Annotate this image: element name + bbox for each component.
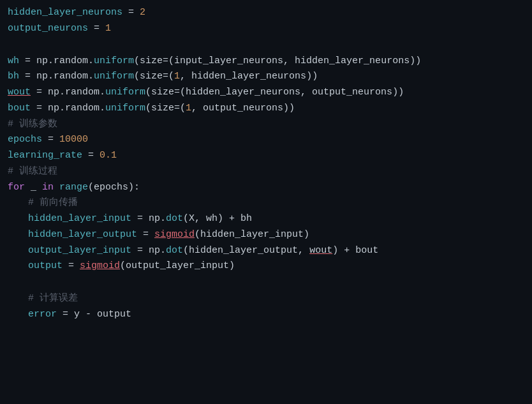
code-line-6: wout = np.random.uniform(size=(hidden_la… bbox=[8, 85, 524, 101]
code-line-17: output = sigmoid(output_layer_input) bbox=[8, 258, 524, 274]
code-line-16: output_layer_input = np.dot(hidden_layer… bbox=[8, 243, 524, 259]
code-line-15: hidden_layer_output = sigmoid(hidden_lay… bbox=[8, 227, 524, 243]
code-line-14: hidden_layer_input = np.dot(X, wh) + bh bbox=[8, 211, 524, 227]
code-line-4: wh = np.random.uniform(size=(input_layer… bbox=[8, 54, 524, 70]
code-line-blank-2 bbox=[8, 274, 524, 291]
code-line-12: for _ in range(epochs): bbox=[8, 180, 524, 196]
code-line-comment-4: # 计算误差 bbox=[8, 291, 524, 307]
code-editor: hidden_layer_neurons = 2 output_neurons … bbox=[0, 0, 532, 404]
code-line-10: learning_rate = 0.1 bbox=[8, 148, 524, 164]
code-line-2: output_neurons = 1 bbox=[8, 21, 524, 37]
code-line-7: bout = np.random.uniform(size=(1, output… bbox=[8, 101, 524, 117]
code-line-1: hidden_layer_neurons = 2 bbox=[8, 5, 524, 21]
code-line-comment-1: # 训练参数 bbox=[8, 117, 524, 133]
code-line-5: bh = np.random.uniform(size=(1, hidden_l… bbox=[8, 69, 524, 85]
code-line-comment-3: # 前向传播 bbox=[8, 195, 524, 211]
code-line-9: epochs = 10000 bbox=[8, 132, 524, 148]
code-line-blank-1 bbox=[8, 37, 524, 54]
code-line-20: error = y - output bbox=[8, 307, 524, 323]
code-line-comment-2: # 训练过程 bbox=[8, 164, 524, 180]
